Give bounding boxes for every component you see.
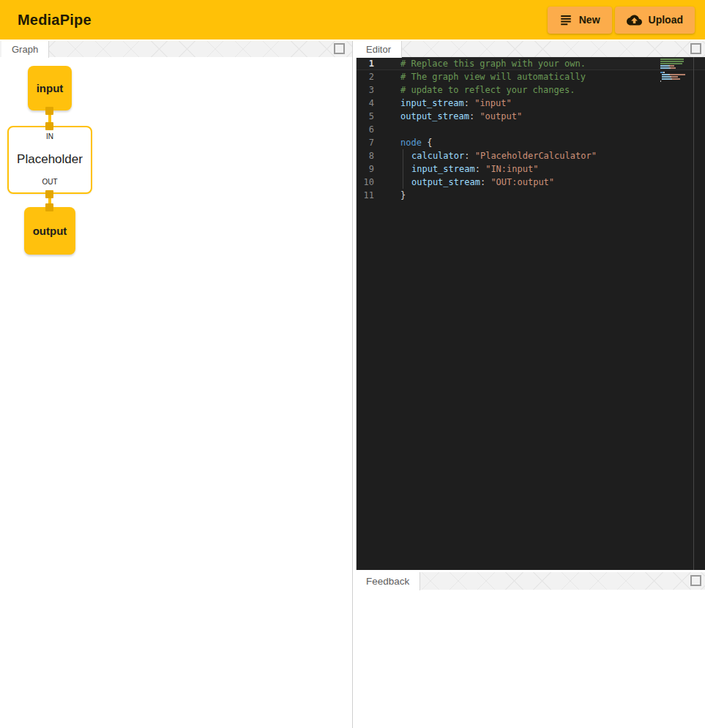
line-number: 3	[357, 83, 374, 97]
code-line-4[interactable]: 4input_stream: "input"	[357, 97, 705, 110]
minimap-row	[660, 72, 693, 73]
code-line-6[interactable]: 6	[357, 123, 705, 136]
graph-canvas[interactable]: input IN Placeholder OUT output	[0, 57, 352, 728]
minimap-row	[660, 67, 693, 69]
code-line-3[interactable]: 3# update to reflect your changes.	[357, 83, 705, 97]
line-text: node {	[400, 136, 432, 149]
placeholder-node-label: Placeholder	[17, 152, 83, 167]
overview-ruler	[693, 57, 694, 570]
line-number: 1	[357, 57, 374, 70]
line-number: 6	[357, 123, 374, 136]
minimap-row	[660, 80, 693, 82]
upload-button[interactable]: Upload	[615, 7, 695, 34]
line-number: 11	[357, 189, 374, 202]
code-line-10[interactable]: 10output_stream: "OUT:output"	[357, 176, 705, 189]
port-placeholder-in[interactable]	[45, 122, 53, 130]
graph-node-output[interactable]: output	[24, 207, 75, 255]
line-number: 4	[357, 97, 374, 110]
new-button[interactable]: New	[548, 7, 612, 34]
editor-tabbar: Editor	[356, 41, 705, 58]
minimap-row	[660, 78, 693, 80]
upload-button-label: Upload	[649, 14, 683, 26]
code-line-8[interactable]: 8calculator: "PlaceholderCalculator"	[357, 149, 705, 162]
line-text: # update to reflect your changes.	[400, 83, 575, 97]
code-line-2[interactable]: 2# The graph view will automatically	[357, 70, 705, 83]
code-line-7[interactable]: 7node {	[357, 136, 705, 149]
app-header: MediaPipe New Upload	[0, 0, 705, 40]
line-text: # Replace this graph with your own.	[400, 57, 586, 70]
mediapipe-visualizer: MediaPipe New Upload Graph input	[0, 0, 705, 728]
line-number: 10	[357, 176, 374, 189]
input-node-label: input	[37, 82, 64, 94]
port-input-bottom[interactable]	[45, 107, 53, 115]
tab-graph-label: Graph	[12, 44, 38, 55]
code-line-5[interactable]: 5output_stream: "output"	[357, 110, 705, 123]
minimap[interactable]	[660, 59, 693, 83]
tab-feedback[interactable]: Feedback	[356, 572, 420, 590]
maximize-feedback-icon[interactable]	[690, 575, 701, 586]
editor-panel: Editor 1# Replace this graph with your o…	[356, 41, 705, 570]
graph-panel: Graph input IN Placeholder OUT output	[0, 41, 353, 728]
tab-editor[interactable]: Editor	[356, 41, 402, 58]
line-number: 5	[357, 110, 374, 123]
graph-node-placeholder[interactable]: IN Placeholder OUT	[7, 126, 92, 194]
feedback-panel: Feedback	[356, 572, 705, 728]
app-title: MediaPipe	[0, 12, 92, 29]
graph-tabbar: Graph	[0, 41, 352, 58]
minimap-row	[660, 70, 693, 71]
line-number: 2	[357, 70, 374, 83]
port-placeholder-out[interactable]	[45, 190, 53, 198]
output-node-label: output	[33, 225, 67, 237]
new-button-label: New	[579, 14, 600, 26]
minimap-row	[660, 65, 693, 67]
line-number: 7	[357, 136, 374, 149]
graph-node-input[interactable]: input	[28, 66, 72, 110]
feedback-content	[356, 590, 705, 728]
code-line-1[interactable]: 1# Replace this graph with your own.	[357, 57, 705, 70]
line-text: input_stream: "IN:input"	[400, 162, 538, 176]
line-text: calculator: "PlaceholderCalculator"	[400, 149, 597, 162]
out-port-label: OUT	[42, 178, 57, 186]
minimap-row	[660, 76, 693, 78]
line-text: # The graph view will automatically	[400, 70, 586, 83]
minimap-row	[660, 63, 693, 64]
cloud-upload-icon	[627, 12, 642, 28]
maximize-editor-icon[interactable]	[690, 43, 701, 54]
port-output-top[interactable]	[45, 203, 53, 211]
code-line-9[interactable]: 9input_stream: "IN:input"	[357, 162, 705, 176]
code-lines[interactable]: 1# Replace this graph with your own.2# T…	[357, 57, 705, 202]
tab-feedback-label: Feedback	[366, 576, 409, 587]
notes-icon	[559, 13, 572, 26]
line-number: 8	[357, 149, 374, 162]
line-number: 9	[357, 162, 374, 176]
line-text: output_stream: "output"	[400, 110, 522, 123]
code-line-11[interactable]: 11}	[357, 189, 705, 202]
minimap-row	[660, 74, 693, 75]
minimap-row	[660, 61, 693, 62]
in-port-label: IN	[46, 132, 53, 140]
tab-graph[interactable]: Graph	[1, 41, 49, 58]
line-text: output_stream: "OUT:output"	[400, 176, 554, 189]
feedback-tabbar: Feedback	[356, 572, 705, 590]
line-text: }	[400, 189, 406, 202]
code-editor[interactable]: 1# Replace this graph with your own.2# T…	[356, 57, 705, 570]
header-actions: New Upload	[548, 7, 705, 34]
line-text: input_stream: "input"	[400, 97, 512, 110]
tab-editor-label: Editor	[366, 44, 391, 55]
maximize-graph-icon[interactable]	[334, 43, 345, 54]
minimap-row	[660, 59, 693, 60]
